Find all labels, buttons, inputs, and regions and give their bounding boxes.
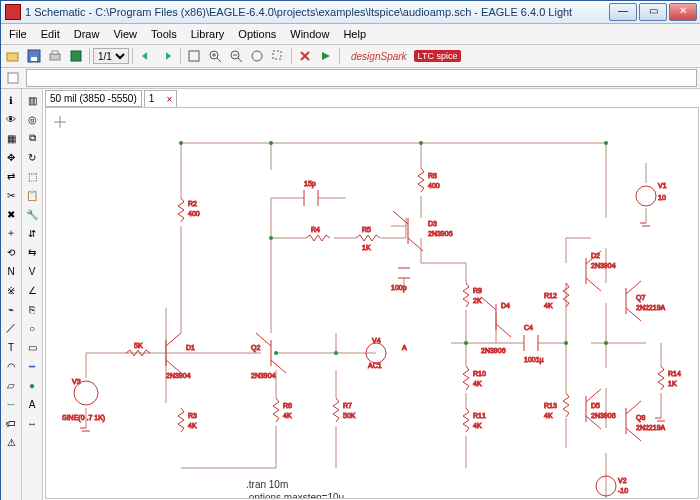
- mark-icon[interactable]: ◎: [23, 110, 41, 128]
- svg-line-63: [393, 211, 408, 224]
- layer-icon[interactable]: ▦: [2, 129, 20, 147]
- ltc-spice-logo: LTC spice: [414, 50, 462, 62]
- change-icon[interactable]: 🔧: [23, 205, 41, 223]
- svg-text:Q2: Q2: [251, 344, 260, 352]
- erc-icon[interactable]: ⚠: [2, 433, 20, 451]
- show-icon[interactable]: 👁: [2, 110, 20, 128]
- svg-point-31: [274, 351, 278, 355]
- menu-help[interactable]: Help: [337, 26, 372, 42]
- minimize-button[interactable]: —: [609, 3, 637, 21]
- svg-line-87: [586, 278, 601, 291]
- separator: [89, 48, 90, 64]
- svg-point-24: [419, 141, 423, 145]
- command-input[interactable]: [26, 69, 697, 87]
- title-bar: 1 Schematic - C:\Program Files (x86)\EAG…: [1, 1, 700, 24]
- svg-text:D1: D1: [186, 344, 195, 351]
- zoom-in-icon[interactable]: [205, 46, 225, 66]
- save-icon[interactable]: [24, 46, 44, 66]
- arc-icon[interactable]: ◠: [2, 357, 20, 375]
- svg-text:4K: 4K: [544, 302, 553, 309]
- svg-text:R2: R2: [188, 200, 197, 207]
- svg-text:R7: R7: [343, 402, 352, 409]
- text-icon[interactable]: T: [2, 338, 20, 356]
- cancel-icon[interactable]: [295, 46, 315, 66]
- svg-text:V2: V2: [618, 477, 627, 484]
- miter-icon[interactable]: ∠: [23, 281, 41, 299]
- open-icon[interactable]: [3, 46, 23, 66]
- label-icon[interactable]: 🏷: [2, 414, 20, 432]
- cut-icon[interactable]: ✂: [2, 186, 20, 204]
- group-icon[interactable]: ⬚: [23, 167, 41, 185]
- smash-icon[interactable]: ※: [2, 281, 20, 299]
- mirror-icon[interactable]: ⇄: [2, 167, 20, 185]
- undo-icon[interactable]: [136, 46, 156, 66]
- svg-text:V1: V1: [658, 182, 667, 189]
- print-icon[interactable]: [45, 46, 65, 66]
- net-icon[interactable]: ─: [2, 395, 20, 413]
- svg-line-73: [481, 297, 496, 310]
- board-icon[interactable]: [66, 46, 86, 66]
- svg-text:2N3906: 2N3906: [428, 230, 453, 237]
- attribute-icon[interactable]: A: [23, 395, 41, 413]
- go-icon[interactable]: [316, 46, 336, 66]
- move-icon[interactable]: ✥: [2, 148, 20, 166]
- info-icon[interactable]: ℹ: [2, 91, 20, 109]
- rect-icon[interactable]: ▭: [23, 338, 41, 356]
- menu-edit[interactable]: Edit: [35, 26, 66, 42]
- replace-icon[interactable]: ⟲: [2, 243, 20, 261]
- paste-icon[interactable]: 📋: [23, 186, 41, 204]
- menu-view[interactable]: View: [107, 26, 143, 42]
- dimension-icon[interactable]: ↔: [23, 414, 41, 432]
- svg-text:2N3904: 2N3904: [251, 372, 276, 379]
- add-icon[interactable]: ＋: [2, 224, 20, 242]
- svg-text:R4: R4: [311, 226, 320, 233]
- left-tool-column-1: ℹ 👁 ▦ ✥ ⇄ ✂ ✖ ＋ ⟲ N ※ ⌁ ／ T ◠ ▱ ─ 🏷 ⚠: [1, 89, 22, 500]
- menu-file[interactable]: File: [3, 26, 33, 42]
- redo-icon[interactable]: [157, 46, 177, 66]
- rotate-icon[interactable]: ↻: [23, 148, 41, 166]
- zoom-redraw-icon[interactable]: [247, 46, 267, 66]
- schematic-canvas[interactable]: R2 400 R3 4K 5K V3 SINE(0 .7 1K): [45, 107, 699, 499]
- menu-tools[interactable]: Tools: [145, 26, 183, 42]
- zoom-fit-icon[interactable]: [184, 46, 204, 66]
- invoke-icon[interactable]: ⎘: [23, 300, 41, 318]
- close-tab-icon[interactable]: ×: [166, 92, 172, 108]
- menu-library[interactable]: Library: [185, 26, 231, 42]
- app-icon: [5, 4, 21, 20]
- sheet-tab[interactable]: 1×: [144, 90, 178, 107]
- display-icon[interactable]: ▥: [23, 91, 41, 109]
- pinswap-icon[interactable]: ⇵: [23, 224, 41, 242]
- polygon-icon[interactable]: ▱: [2, 376, 20, 394]
- value-icon[interactable]: V: [23, 262, 41, 280]
- zoom-select[interactable]: 1/1: [93, 48, 129, 64]
- split-icon[interactable]: ⌁: [2, 300, 20, 318]
- close-button[interactable]: ✕: [669, 3, 697, 21]
- junction-icon[interactable]: ●: [23, 376, 41, 394]
- copy-icon[interactable]: ⧉: [23, 129, 41, 147]
- svg-text:400: 400: [188, 210, 200, 217]
- menu-draw[interactable]: Draw: [68, 26, 106, 42]
- body-row: ℹ 👁 ▦ ✥ ⇄ ✂ ✖ ＋ ⟲ N ※ ⌁ ／ T ◠ ▱ ─ 🏷 ⚠ ▥ …: [1, 89, 700, 500]
- delete-icon[interactable]: ✖: [2, 205, 20, 223]
- svg-point-27: [334, 351, 338, 355]
- svg-text:400: 400: [428, 182, 440, 189]
- svg-text:Q8: Q8: [636, 414, 645, 422]
- svg-text:SINE(0 .7 1K): SINE(0 .7 1K): [62, 414, 105, 422]
- bus-icon[interactable]: ━: [23, 357, 41, 375]
- zoom-out-icon[interactable]: [226, 46, 246, 66]
- svg-text:1001µ: 1001µ: [524, 356, 544, 364]
- svg-text:C4: C4: [524, 324, 533, 331]
- name-icon[interactable]: N: [2, 262, 20, 280]
- maximize-button[interactable]: ▭: [639, 3, 667, 21]
- svg-text:R8: R8: [428, 172, 437, 179]
- zoom-select-icon[interactable]: [268, 46, 288, 66]
- history-icon[interactable]: [3, 68, 23, 88]
- separator: [180, 48, 181, 64]
- svg-text:4K: 4K: [473, 422, 482, 429]
- svg-line-74: [496, 324, 511, 337]
- menu-window[interactable]: Window: [284, 26, 335, 42]
- wire-icon[interactable]: ／: [2, 319, 20, 337]
- circle-icon[interactable]: ○: [23, 319, 41, 337]
- gateswap-icon[interactable]: ⇆: [23, 243, 41, 261]
- menu-options[interactable]: Options: [232, 26, 282, 42]
